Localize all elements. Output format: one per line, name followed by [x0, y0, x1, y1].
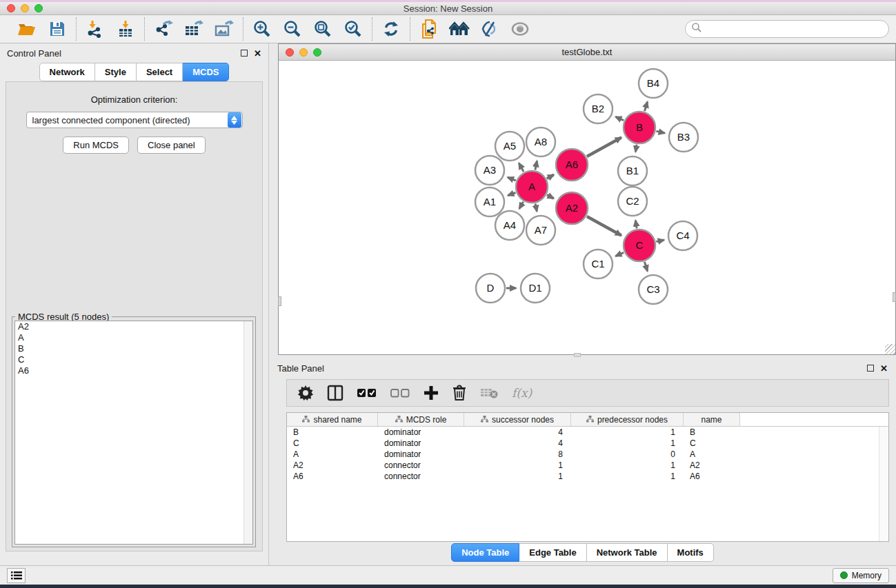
deselect-all-icon[interactable]	[390, 383, 410, 403]
table-scrollbar[interactable]	[879, 427, 888, 541]
graph-node-D[interactable]: D	[476, 274, 505, 303]
table-row[interactable]: Cdominator41C	[287, 438, 879, 449]
edge-A-A3[interactable]	[508, 177, 516, 181]
export-image-icon[interactable]	[214, 19, 235, 39]
graph-node-C3[interactable]: C3	[639, 275, 668, 304]
graph-node-A7[interactable]: A7	[526, 216, 555, 245]
table-cell[interactable]: A6	[287, 472, 378, 481]
mcds-result-list[interactable]: A2ABCA6	[14, 321, 253, 545]
edge-C-C1[interactable]	[616, 252, 624, 256]
memory-button[interactable]: Memory	[833, 568, 889, 583]
edge-A-A4[interactable]	[519, 202, 524, 209]
zoom-fit-icon[interactable]	[312, 19, 333, 39]
task-history-button[interactable]	[7, 568, 26, 583]
left-resize-handle[interactable]	[278, 296, 281, 306]
table-row[interactable]: A6connector11A6	[287, 471, 879, 482]
tab-style[interactable]: Style	[95, 63, 137, 81]
graph-node-B4[interactable]: B4	[639, 69, 668, 98]
new-network-from-file-icon[interactable]	[419, 19, 439, 39]
network-canvas[interactable]: B4B2BB3A5A8A6A3B1AA1C2A2A4A7C4CC1DD1C3	[279, 61, 895, 354]
tab-node-table[interactable]: Node Table	[451, 543, 519, 562]
graph-node-A6[interactable]: A6	[556, 149, 588, 181]
table-cell[interactable]: 1	[571, 427, 684, 437]
table-cell[interactable]: 1	[464, 460, 571, 470]
tab-edge-table[interactable]: Edge Table	[519, 543, 586, 562]
right-resize-handle[interactable]	[893, 292, 896, 302]
table-cell[interactable]: 1	[571, 438, 684, 448]
graph-node-A5[interactable]: A5	[495, 132, 524, 161]
column-header-predecessor-nodes[interactable]: predecessor nodes	[571, 413, 684, 426]
table-cell[interactable]: 1	[571, 472, 684, 481]
edge-A2-C[interactable]	[587, 216, 621, 235]
import-network-icon[interactable]	[85, 19, 106, 39]
tab-motifs[interactable]: Motifs	[668, 543, 714, 562]
zoom-selected-icon[interactable]	[343, 19, 364, 39]
graph-node-C2[interactable]: C2	[618, 187, 647, 216]
graph-node-A4[interactable]: A4	[495, 211, 524, 240]
criterion-dropdown[interactable]: largest connected component (directed)	[26, 112, 243, 128]
export-network-icon[interactable]	[153, 19, 174, 39]
zoom-out-icon[interactable]	[282, 19, 303, 39]
table-cell[interactable]: 4	[464, 438, 571, 448]
table-cell[interactable]: A	[684, 449, 740, 459]
edge-A-A8[interactable]	[535, 161, 537, 170]
graph-node-B[interactable]: B	[624, 112, 655, 143]
table-cell[interactable]: 8	[464, 449, 571, 459]
table-cell[interactable]: 1	[571, 460, 684, 470]
edge-A-A5[interactable]	[519, 163, 524, 172]
table-cell[interactable]: B	[287, 427, 378, 437]
table-cell[interactable]: connector	[378, 460, 464, 470]
edge-B-B2[interactable]	[616, 116, 624, 120]
table-cell[interactable]: B	[684, 427, 740, 437]
tab-mcds[interactable]: MCDS	[183, 63, 229, 81]
result-list-item[interactable]: C	[15, 354, 252, 365]
result-list-item[interactable]: A6	[15, 365, 252, 376]
table-cell[interactable]: A2	[287, 460, 378, 470]
graph-node-C[interactable]: C	[624, 230, 655, 261]
graph-node-A2[interactable]: A2	[556, 192, 588, 224]
edge-B-B3[interactable]	[656, 131, 664, 133]
edge-C-C2[interactable]	[635, 221, 637, 229]
first-neighbors-icon[interactable]	[449, 19, 470, 39]
run-mcds-button[interactable]: Run MCDS	[63, 136, 129, 154]
open-file-icon[interactable]	[17, 19, 37, 39]
graph-node-B1[interactable]: B1	[618, 156, 647, 185]
edge-A-A2[interactable]	[547, 195, 553, 199]
zoom-in-icon[interactable]	[252, 19, 272, 39]
table-row[interactable]: Adominator80A	[287, 449, 879, 460]
table-cell[interactable]: connector	[378, 472, 464, 481]
select-all-icon[interactable]	[357, 383, 377, 403]
node-table[interactable]: shared nameMCDS rolesuccessor nodesprede…	[286, 412, 889, 542]
float-table-panel-icon[interactable]	[867, 365, 874, 372]
tab-select[interactable]: Select	[137, 63, 183, 81]
graph-node-C4[interactable]: C4	[668, 221, 697, 250]
table-cell[interactable]: A	[287, 449, 378, 459]
show-graphics-icon[interactable]	[510, 19, 530, 39]
edge-A6-B[interactable]	[587, 137, 621, 156]
search-field[interactable]	[685, 20, 889, 38]
table-row[interactable]: A2connector11A2	[287, 460, 879, 471]
graph-node-B2[interactable]: B2	[584, 94, 613, 123]
graph-node-D1[interactable]: D1	[521, 274, 550, 303]
edge-C-C4[interactable]	[656, 240, 664, 242]
table-row[interactable]: Bdominator41B	[287, 427, 879, 438]
tab-network-table[interactable]: Network Table	[587, 543, 668, 562]
save-session-icon[interactable]	[47, 19, 68, 39]
graph-node-A8[interactable]: A8	[526, 128, 555, 156]
close-panel-icon[interactable]: ✕	[254, 48, 261, 59]
graph-node-B3[interactable]: B3	[669, 123, 698, 152]
settings-gear-icon[interactable]	[298, 383, 313, 403]
column-header-shared-name[interactable]: shared name	[287, 413, 378, 426]
table-cell[interactable]: 1	[464, 472, 571, 481]
result-list-item[interactable]: A	[15, 332, 252, 343]
table-cell[interactable]: A2	[684, 460, 740, 470]
edge-C-C3[interactable]	[644, 262, 647, 271]
table-cell[interactable]: dominator	[378, 449, 464, 459]
table-cell[interactable]: A6	[684, 472, 740, 481]
split-table-icon[interactable]	[327, 383, 344, 403]
edge-A-A6[interactable]	[547, 174, 554, 178]
edge-A-A7[interactable]	[535, 203, 537, 211]
network-window-titlebar[interactable]: testGlobe.txt	[279, 44, 895, 61]
result-list-item[interactable]: B	[15, 343, 252, 354]
export-table-icon[interactable]	[183, 19, 204, 39]
